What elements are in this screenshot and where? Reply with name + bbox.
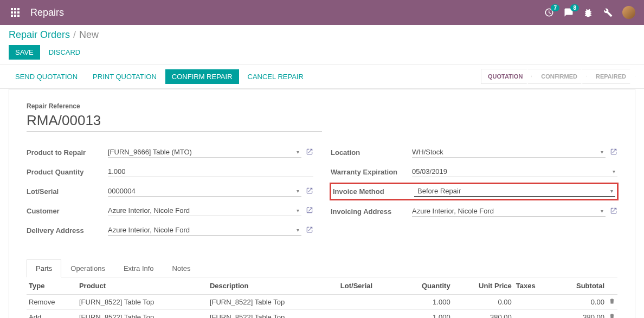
delivery-address-field[interactable]: Azure Interior, Nicole Ford ▾ (108, 225, 301, 236)
chevron-down-icon: ▾ (608, 188, 615, 194)
tab-parts[interactable]: Parts (27, 259, 61, 277)
svg-rect-6 (11, 15, 13, 17)
step-quotation[interactable]: QUOTATION (481, 69, 532, 84)
product-quantity-label: Product Quantity (27, 168, 108, 176)
invoicing-address-label: Invoicing Address (331, 207, 412, 216)
chevron-down-icon: ▾ (294, 188, 301, 194)
breadcrumb-sep: / (73, 29, 76, 41)
col-unit-price: Unit Price (453, 277, 514, 295)
parts-table: Type Product Description Lot/Serial Quan… (27, 277, 617, 318)
chevron-down-icon: ▾ (610, 168, 617, 174)
trash-icon (609, 313, 615, 318)
product-external-link[interactable] (306, 148, 313, 157)
product-to-repair-field[interactable]: [FURN_9666] Table (MTO) ▾ (108, 147, 301, 158)
lot-external-link[interactable] (306, 187, 313, 196)
svg-rect-1 (14, 8, 16, 10)
invoicing-address-field[interactable]: Azure Interior, Nicole Ford ▾ (412, 206, 606, 217)
external-link-icon (610, 148, 617, 155)
invoice-method-highlighted: Invoice Method Before Repair ▾ (331, 184, 617, 199)
svg-rect-5 (17, 11, 20, 14)
table-row[interactable]: Add [FURN_8522] Table Top [FURN_8522] Ta… (27, 310, 617, 319)
save-button[interactable]: SAVE (9, 45, 40, 60)
send-quotation-button[interactable]: SEND QUOTATION (9, 69, 84, 84)
chevron-down-icon: ▾ (294, 149, 301, 155)
tabs-container: Parts Operations Extra Info Notes Type P… (27, 259, 617, 318)
external-link-icon (306, 187, 313, 194)
step-repaired[interactable]: REPAIRED (582, 69, 635, 84)
messages-button[interactable]: 8 (564, 8, 574, 17)
apps-grid-icon (11, 8, 20, 17)
repair-reference-label: Repair Reference (27, 102, 617, 110)
control-panel: Repair Orders / New SAVE DISCARD (0, 25, 644, 60)
breadcrumb-root[interactable]: Repair Orders (9, 29, 70, 41)
delete-row-button[interactable] (607, 310, 617, 319)
bug-icon (583, 8, 593, 17)
location-label: Location (331, 148, 412, 157)
customer-label: Customer (27, 207, 108, 215)
settings-button[interactable] (603, 8, 613, 17)
delivery-external-link[interactable] (306, 226, 313, 235)
form-right-column: Location WH/Stock ▾ Warranty Expiration … (331, 145, 617, 242)
table-row[interactable]: Remove [FURN_8522] Table Top [FURN_8522]… (27, 295, 617, 310)
trash-icon (609, 298, 615, 304)
breadcrumb-current: New (79, 29, 99, 41)
repair-reference-value[interactable]: RMA/00013 (27, 112, 322, 132)
status-steps: QUOTATION CONFIRMED REPAIRED (481, 69, 635, 84)
form-left-column: Product to Repair [FURN_9666] Table (MTO… (27, 145, 313, 242)
statusbar-buttons: SEND QUOTATION PRINT QUOTATION CONFIRM R… (9, 69, 481, 84)
invoice-method-field[interactable]: Before Repair ▾ (414, 186, 615, 197)
control-buttons: SAVE DISCARD (9, 45, 635, 60)
col-taxes: Taxes (514, 277, 553, 295)
discard-button[interactable]: DISCARD (42, 45, 87, 60)
customer-external-link[interactable] (306, 206, 313, 216)
product-quantity-field[interactable]: 1.000 (108, 166, 313, 177)
col-quantity: Quantity (398, 277, 453, 295)
col-lot-serial: Lot/Serial (338, 277, 398, 295)
col-product: Product (77, 277, 208, 295)
delivery-address-label: Delivery Address (27, 226, 108, 235)
chevron-down-icon: ▾ (294, 207, 301, 213)
cancel-repair-button[interactable]: CANCEL REPAIR (241, 69, 310, 84)
apps-menu-button[interactable] (9, 6, 22, 19)
form-sheet: Repair Reference RMA/00013 Product to Re… (9, 89, 635, 318)
location-external-link[interactable] (610, 148, 617, 157)
user-avatar[interactable] (622, 6, 635, 19)
debug-button[interactable] (583, 8, 593, 17)
print-quotation-button[interactable]: PRINT QUOTATION (86, 69, 163, 84)
lot-serial-field[interactable]: 0000004 ▾ (108, 186, 301, 197)
customer-field[interactable]: Azure Interior, Nicole Ford ▾ (108, 205, 301, 216)
tab-operations[interactable]: Operations (61, 259, 114, 277)
tabs: Parts Operations Extra Info Notes (27, 259, 617, 277)
svg-rect-4 (14, 11, 16, 14)
warranty-expiration-field[interactable]: 05/03/2019 ▾ (412, 166, 617, 177)
tab-notes[interactable]: Notes (163, 259, 200, 277)
external-link-icon (306, 226, 313, 233)
top-navbar: Repairs 7 8 (0, 0, 644, 25)
chevron-down-icon: ▾ (598, 149, 606, 155)
invoicing-address-external-link[interactable] (610, 207, 617, 216)
svg-rect-2 (17, 8, 20, 10)
breadcrumb: Repair Orders / New (9, 29, 635, 41)
statusbar: SEND QUOTATION PRINT QUOTATION CONFIRM R… (0, 64, 644, 89)
svg-rect-3 (11, 11, 13, 14)
svg-rect-0 (11, 8, 13, 10)
confirm-repair-button[interactable]: CONFIRM REPAIR (165, 69, 239, 84)
svg-rect-8 (17, 15, 20, 17)
external-link-icon (610, 207, 617, 215)
step-confirmed[interactable]: CONFIRMED (527, 69, 587, 84)
col-subtotal: Subtotal (553, 277, 607, 295)
delete-row-button[interactable] (607, 295, 617, 310)
tab-extra-info[interactable]: Extra Info (114, 259, 163, 277)
messages-badge: 8 (570, 4, 579, 11)
wrench-icon (603, 8, 613, 17)
location-field[interactable]: WH/Stock ▾ (412, 147, 606, 158)
chevron-down-icon: ▾ (294, 227, 301, 233)
external-link-icon (306, 148, 313, 155)
invoice-method-label: Invoice Method (333, 187, 414, 196)
activity-button[interactable]: 7 (544, 8, 554, 17)
col-type: Type (27, 277, 77, 295)
warranty-expiration-label: Warranty Expiration (331, 168, 412, 176)
chevron-down-icon: ▾ (598, 208, 606, 214)
col-description: Description (208, 277, 338, 295)
svg-rect-7 (14, 15, 16, 17)
